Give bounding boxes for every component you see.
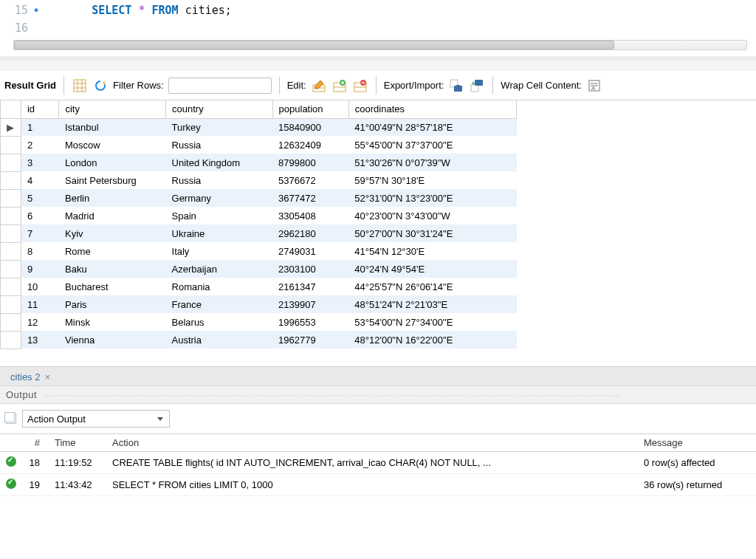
cell-population[interactable]: 3305408 xyxy=(272,207,348,224)
result-table[interactable]: id city country population coordinates ▶… xyxy=(0,100,517,349)
cell-city[interactable]: Vienna xyxy=(59,331,166,349)
cell-country[interactable]: Spain xyxy=(166,207,273,224)
cell-coordinates[interactable]: 50°27'00"N 30°31'24"E xyxy=(348,224,516,242)
cell-id[interactable]: 4 xyxy=(21,171,59,189)
column-header[interactable]: city xyxy=(59,100,166,118)
cell-coordinates[interactable]: 41°54'N 12°30'E xyxy=(348,242,516,260)
cell-country[interactable]: Turkey xyxy=(166,118,273,136)
sql-editor[interactable]: 15 • SELECT * FROM cities; 16 xyxy=(0,0,756,61)
row-selector[interactable] xyxy=(1,313,21,331)
log-col-num[interactable]: # xyxy=(22,434,49,452)
table-row[interactable]: 4Saint PetersburgRussia537667259°57'N 30… xyxy=(1,171,517,189)
result-grid[interactable]: id city country population coordinates ▶… xyxy=(0,100,756,366)
table-row[interactable]: 13ViennaAustria196277948°12'00"N 16°22'0… xyxy=(1,331,517,349)
row-selector[interactable] xyxy=(1,331,21,349)
cell-country[interactable]: Romania xyxy=(166,278,273,295)
table-row[interactable]: 6MadridSpain330540840°23'00"N 3°43'00"W xyxy=(1,207,517,224)
cell-population[interactable]: 15840900 xyxy=(272,118,348,136)
grid-view-icon[interactable] xyxy=(72,78,88,94)
column-header[interactable]: population xyxy=(272,100,348,118)
cell-coordinates[interactable]: 51°30'26"N 0°07'39"W xyxy=(348,154,516,171)
table-row[interactable]: 8RomeItaly274903141°54'N 12°30'E xyxy=(1,242,517,260)
cell-id[interactable]: 3 xyxy=(21,154,59,171)
cell-id[interactable]: 8 xyxy=(21,242,59,260)
column-header[interactable]: coordinates xyxy=(348,100,516,118)
row-selector[interactable] xyxy=(1,295,21,313)
cell-city[interactable]: Berlin xyxy=(59,189,166,207)
table-row[interactable]: 3LondonUnited Kingdom879980051°30'26"N 0… xyxy=(1,154,517,171)
cell-id[interactable]: 10 xyxy=(21,278,59,295)
cell-city[interactable]: Saint Petersburg xyxy=(59,171,166,189)
log-row[interactable]: 1911:43:42SELECT * FROM cities LIMIT 0, … xyxy=(0,474,756,496)
output-mode-select[interactable]: Action Output xyxy=(22,410,170,428)
breakpoint-dot-icon[interactable]: • xyxy=(31,4,41,18)
scrollbar-thumb[interactable] xyxy=(14,41,614,49)
log-col-time[interactable]: Time xyxy=(49,434,106,452)
cell-city[interactable]: Madrid xyxy=(59,207,166,224)
cell-coordinates[interactable]: 53°54'00"N 27°34'00"E xyxy=(348,313,516,331)
cell-country[interactable]: Ukraine xyxy=(166,224,273,242)
cell-coordinates[interactable]: 55°45'00"N 37°37'00"E xyxy=(348,136,516,154)
cell-country[interactable]: United Kingdom xyxy=(166,154,273,171)
cell-id[interactable]: 9 xyxy=(21,260,59,278)
cell-id[interactable]: 7 xyxy=(21,224,59,242)
import-icon[interactable] xyxy=(469,78,485,94)
column-header[interactable]: id xyxy=(21,100,59,118)
row-selector[interactable] xyxy=(1,189,21,207)
table-row[interactable]: 9BakuAzerbaijan230310040°24'N 49°54'E xyxy=(1,260,517,278)
cell-id[interactable]: 2 xyxy=(21,136,59,154)
cell-city[interactable]: Bucharest xyxy=(59,278,166,295)
wrap-cell-icon[interactable]: A xyxy=(586,78,602,94)
cell-country[interactable]: Azerbaijan xyxy=(166,260,273,278)
cell-population[interactable]: 1996553 xyxy=(272,313,348,331)
splitter[interactable] xyxy=(0,61,756,71)
cell-coordinates[interactable]: 59°57'N 30°18'E xyxy=(348,171,516,189)
cell-country[interactable]: Germany xyxy=(166,189,273,207)
cell-id[interactable]: 1 xyxy=(21,118,59,136)
row-selector[interactable] xyxy=(1,171,21,189)
log-row[interactable]: 1811:19:52CREATE TABLE flights( id INT A… xyxy=(0,452,756,474)
table-row[interactable]: 7KyivUkraine296218050°27'00"N 30°31'24"E xyxy=(1,224,517,242)
cell-population[interactable]: 8799800 xyxy=(272,154,348,171)
row-selector[interactable]: ▶ xyxy=(1,118,21,136)
cell-id[interactable]: 12 xyxy=(21,313,59,331)
log-col-action[interactable]: Action xyxy=(106,434,638,452)
cell-city[interactable]: Paris xyxy=(59,295,166,313)
cell-coordinates[interactable]: 48°12'00"N 16°22'00"E xyxy=(348,331,516,349)
cell-city[interactable]: Moscow xyxy=(59,136,166,154)
cell-city[interactable]: London xyxy=(59,154,166,171)
row-selector[interactable] xyxy=(1,154,21,171)
action-output-table[interactable]: # Time Action Message 1811:19:52CREATE T… xyxy=(0,433,756,496)
cell-coordinates[interactable]: 41°00'49"N 28°57'18"E xyxy=(348,118,516,136)
table-row[interactable]: 10BucharestRomania216134744°25'57"N 26°0… xyxy=(1,278,517,295)
cell-population[interactable]: 2749031 xyxy=(272,242,348,260)
refresh-icon[interactable] xyxy=(92,78,109,94)
log-col-message[interactable]: Message xyxy=(638,434,756,452)
cell-population[interactable]: 1962779 xyxy=(272,331,348,349)
close-icon[interactable]: × xyxy=(44,371,50,383)
table-row[interactable]: ▶1IstanbulTurkey1584090041°00'49"N 28°57… xyxy=(1,118,517,136)
cell-population[interactable]: 2139907 xyxy=(272,295,348,313)
table-row[interactable]: 5BerlinGermany367747252°31'00"N 13°23'00… xyxy=(1,189,517,207)
cell-country[interactable]: France xyxy=(166,295,273,313)
cell-country[interactable]: Russia xyxy=(166,136,273,154)
table-row[interactable]: 12MinskBelarus199655353°54'00"N 27°34'00… xyxy=(1,313,517,331)
result-tab[interactable]: cities 2 × xyxy=(3,370,58,385)
cell-population[interactable]: 2161347 xyxy=(272,278,348,295)
output-windows-icon[interactable] xyxy=(6,414,16,424)
cell-population[interactable]: 12632409 xyxy=(272,136,348,154)
cell-coordinates[interactable]: 44°25'57"N 26°06'14"E xyxy=(348,278,516,295)
editor-line[interactable]: 15 • SELECT * FROM cities; xyxy=(0,1,756,19)
table-row[interactable]: 11ParisFrance213990748°51'24"N 2°21'03"E xyxy=(1,295,517,313)
cell-id[interactable]: 5 xyxy=(21,189,59,207)
cell-population[interactable]: 2962180 xyxy=(272,224,348,242)
cell-id[interactable]: 6 xyxy=(21,207,59,224)
cell-coordinates[interactable]: 52°31'00"N 13°23'00"E xyxy=(348,189,516,207)
row-selector[interactable] xyxy=(1,278,21,295)
cell-country[interactable]: Belarus xyxy=(166,313,273,331)
cell-country[interactable]: Italy xyxy=(166,242,273,260)
column-header[interactable]: country xyxy=(166,100,273,118)
cell-city[interactable]: Istanbul xyxy=(59,118,166,136)
table-row[interactable]: 2MoscowRussia1263240955°45'00"N 37°37'00… xyxy=(1,136,517,154)
export-icon[interactable] xyxy=(448,78,464,94)
